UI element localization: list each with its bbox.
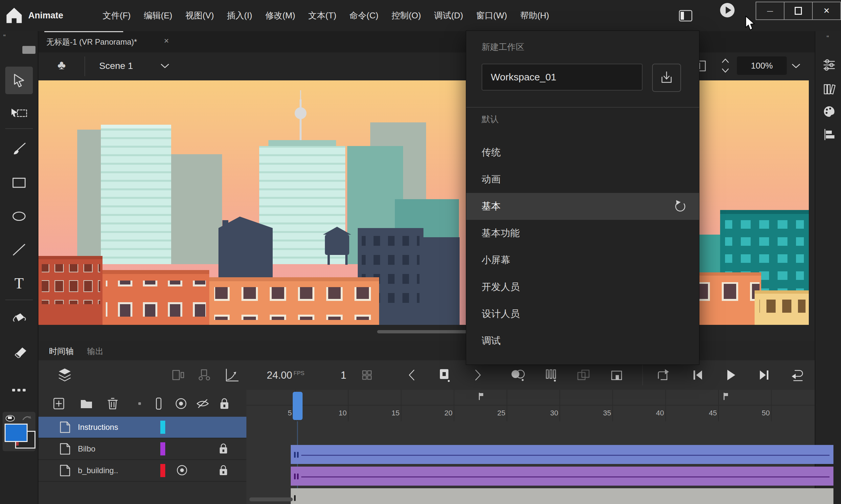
tab-timeline[interactable]: 时间轴 xyxy=(49,346,73,357)
menu-debug[interactable]: 调试(D) xyxy=(434,10,463,21)
layer-row-bilbo[interactable]: Bilbo xyxy=(38,438,246,460)
create-frame-span-icon[interactable] xyxy=(607,366,626,384)
save-workspace-button[interactable] xyxy=(652,64,681,92)
menu-help[interactable]: 帮助(H) xyxy=(520,10,549,21)
tab-output[interactable]: 输出 xyxy=(87,346,103,357)
frame-graph-icon[interactable] xyxy=(222,366,241,384)
workspace-item-animation[interactable]: 动画 xyxy=(466,166,699,193)
new-layer-button[interactable] xyxy=(52,396,66,411)
loop-playback-icon[interactable] xyxy=(653,366,672,384)
step-back-icon[interactable] xyxy=(688,366,707,384)
onion-skin-icon[interactable] xyxy=(509,366,527,384)
publish-play-button[interactable] xyxy=(719,2,735,18)
menu-modify[interactable]: 修改(M) xyxy=(265,10,295,21)
menu-command[interactable]: 命令(C) xyxy=(349,10,378,21)
new-folder-button[interactable] xyxy=(79,396,93,411)
selection-tool[interactable] xyxy=(5,67,33,94)
workspace-item-designer[interactable]: 设计人员 xyxy=(466,301,699,327)
previous-keyframe-icon[interactable] xyxy=(402,366,421,384)
home-icon[interactable] xyxy=(5,6,24,25)
keyframe-marker[interactable] xyxy=(294,495,296,501)
minimize-button[interactable]: — xyxy=(756,2,784,19)
rewind-icon[interactable] xyxy=(789,366,807,384)
onion-marker-icon[interactable] xyxy=(195,366,214,384)
outline-column-icon[interactable] xyxy=(152,396,166,411)
onion-skin-outline-icon[interactable] xyxy=(542,366,560,384)
workspace-item-basic-functions[interactable]: 基本功能 xyxy=(466,220,699,247)
library-icon[interactable] xyxy=(822,81,837,96)
camera-attach-icon[interactable] xyxy=(176,464,188,476)
align-icon[interactable] xyxy=(822,127,837,142)
track-bilbo[interactable] xyxy=(291,467,834,486)
keyframe-marker[interactable] xyxy=(294,473,298,480)
close-button[interactable]: ✕ xyxy=(812,2,840,19)
hide-all-layers-icon[interactable] xyxy=(195,396,210,411)
layer-color-chip xyxy=(160,421,165,434)
fps-value[interactable]: 24.00FPS xyxy=(267,370,305,381)
layer-row-instructions[interactable]: Instructions xyxy=(38,417,246,438)
properties-icon[interactable] xyxy=(822,57,837,73)
document-tab[interactable]: 无标题-1 (VR Panorama)* xyxy=(46,37,137,47)
text-tool[interactable]: T xyxy=(5,269,33,297)
reset-workspace-icon[interactable] xyxy=(674,199,688,213)
workspace-item-small-screen[interactable]: 小屏幕 xyxy=(466,247,699,274)
tool-options-swatch[interactable] xyxy=(22,46,35,54)
camera-column-icon[interactable] xyxy=(174,396,188,411)
zoom-stepper[interactable] xyxy=(720,57,730,74)
layer-stack-icon[interactable] xyxy=(55,366,74,384)
layer-row-building[interactable]: b_building.. xyxy=(38,460,246,482)
eraser-tool[interactable] xyxy=(5,338,33,365)
workspace-item-developer[interactable]: 开发人员 xyxy=(466,274,699,301)
insert-keyframe-icon[interactable] xyxy=(435,366,454,384)
more-tools-icon[interactable] xyxy=(5,376,33,404)
current-frame-value[interactable]: 1 xyxy=(341,370,346,381)
tab-close-icon[interactable]: × xyxy=(164,36,169,46)
chevron-down-icon[interactable] xyxy=(791,63,801,69)
play-icon[interactable] xyxy=(722,366,740,384)
lock-icon[interactable] xyxy=(219,442,228,455)
track-building[interactable] xyxy=(291,488,834,504)
menu-file[interactable]: 文件(F) xyxy=(103,10,131,21)
color-palette-icon[interactable] xyxy=(822,104,837,119)
dock-panel-icon[interactable] xyxy=(679,10,692,22)
workspace-name-input[interactable] xyxy=(482,64,642,91)
panel-collapse-icon[interactable]: “ xyxy=(826,34,829,42)
oval-tool[interactable] xyxy=(5,202,33,230)
lock-icon[interactable] xyxy=(219,464,228,476)
brush-tool[interactable] xyxy=(5,136,33,163)
swap-colors-icon[interactable] xyxy=(22,414,32,421)
zoom-level-field[interactable]: 100% xyxy=(737,56,787,75)
frames-area[interactable]: 5 10 15 20 25 30 35 40 45 50 xyxy=(246,390,815,504)
stroke-color-icon[interactable] xyxy=(5,414,16,422)
next-keyframe-icon[interactable] xyxy=(469,366,487,384)
workspace-item-classic[interactable]: 传统 xyxy=(466,139,699,166)
menu-edit[interactable]: 编辑(E) xyxy=(144,10,172,21)
rectangle-tool[interactable] xyxy=(5,169,33,197)
subselection-tool[interactable] xyxy=(5,100,33,127)
track-instructions[interactable] xyxy=(291,445,834,464)
thumbnails-icon[interactable] xyxy=(169,366,188,384)
keyframe-marker[interactable] xyxy=(294,452,298,458)
workspace-item-debug[interactable]: 调试 xyxy=(466,327,699,354)
menu-text[interactable]: 文本(T) xyxy=(308,10,337,21)
lock-all-layers-icon[interactable] xyxy=(217,396,231,411)
menu-view[interactable]: 视图(V) xyxy=(185,10,214,21)
frame-settings-icon[interactable] xyxy=(358,366,376,384)
maximize-button[interactable] xyxy=(784,2,812,19)
paint-bucket-tool[interactable] xyxy=(5,305,33,332)
menu-insert[interactable]: 插入(I) xyxy=(227,10,252,21)
fill-color-swatch[interactable] xyxy=(5,424,28,442)
chevron-down-icon[interactable] xyxy=(160,63,170,69)
workspace-item-essentials[interactable]: 基本 xyxy=(466,193,699,220)
menu-window[interactable]: 窗口(W) xyxy=(476,10,507,21)
delete-layer-button[interactable] xyxy=(105,396,120,411)
step-forward-icon[interactable] xyxy=(755,366,774,384)
symbol-edit-icon[interactable]: ♣ xyxy=(57,58,66,72)
timeline-horizontal-scrollbar[interactable] xyxy=(250,498,293,501)
playhead[interactable] xyxy=(293,392,303,420)
panel-collapse-icon[interactable]: “ xyxy=(3,33,5,41)
menu-control[interactable]: 控制(O) xyxy=(392,10,421,21)
edit-multiple-frames-icon[interactable] xyxy=(574,366,593,384)
line-tool[interactable] xyxy=(5,236,33,264)
scene-breadcrumb[interactable]: Scene 1 xyxy=(99,61,133,71)
